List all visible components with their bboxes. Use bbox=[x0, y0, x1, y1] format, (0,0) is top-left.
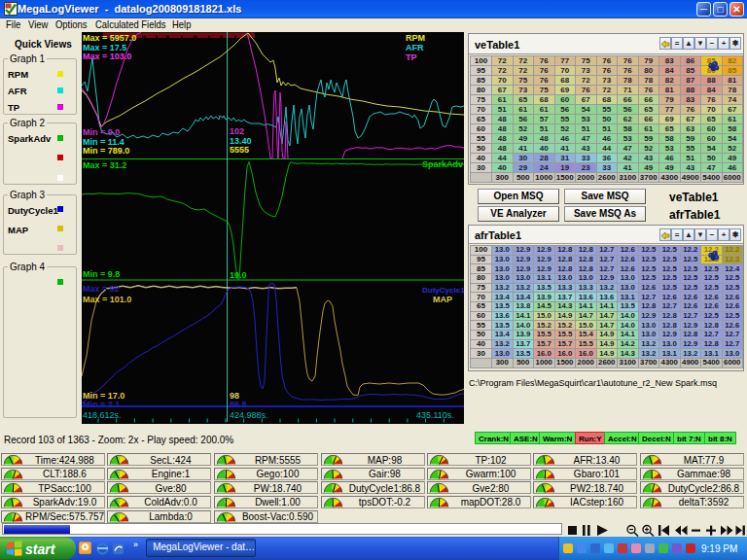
svg-text:102: 102 bbox=[230, 126, 244, 136]
svg-text:start: start bbox=[25, 542, 56, 557]
svg-text:Max = 31.2: Max = 31.2 bbox=[83, 160, 126, 170]
svg-text:Min = 9.8: Min = 9.8 bbox=[83, 269, 120, 279]
svg-text:Max = 101.0: Max = 101.0 bbox=[83, 295, 131, 304]
svg-text:19.0: 19.0 bbox=[230, 270, 247, 280]
svg-text:86.8: 86.8 bbox=[230, 400, 247, 409]
svg-text:TP: TP bbox=[406, 52, 417, 62]
svg-text:AFR: AFR bbox=[406, 43, 424, 52]
svg-text:SparkAdv: SparkAdv bbox=[422, 159, 463, 169]
svg-text:Max = 103.0: Max = 103.0 bbox=[83, 52, 131, 61]
svg-text:424.988s.: 424.988s. bbox=[230, 410, 268, 420]
svg-text:Max = 5957.0: Max = 5957.0 bbox=[83, 33, 136, 43]
svg-text:Max = 92: Max = 92 bbox=[83, 284, 120, 294]
svg-text:418.612s.: 418.612s. bbox=[83, 410, 122, 420]
svg-text:13.40: 13.40 bbox=[230, 136, 252, 146]
svg-text:Min = 0.0: Min = 0.0 bbox=[83, 127, 120, 137]
svg-text:Min = 11.4: Min = 11.4 bbox=[83, 137, 124, 147]
svg-text:RPM: RPM bbox=[406, 33, 425, 43]
svg-text:DutyCycle1: DutyCycle1 bbox=[422, 286, 464, 295]
svg-text:5555: 5555 bbox=[230, 145, 249, 155]
svg-text:Min = 789.0: Min = 789.0 bbox=[83, 146, 129, 156]
svg-text:MAP: MAP bbox=[433, 295, 452, 304]
svg-text:435.110s.: 435.110s. bbox=[416, 410, 454, 420]
svg-text:Min = 2.1: Min = 2.1 bbox=[83, 400, 120, 409]
